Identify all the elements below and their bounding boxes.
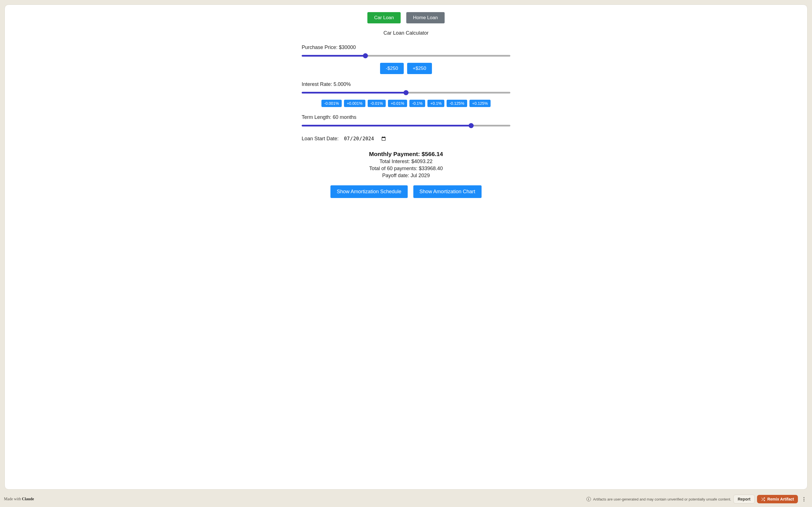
- total-interest: Total Interest: $4093.22: [302, 159, 510, 165]
- info-icon: i: [587, 497, 591, 501]
- tab-car-loan[interactable]: Car Loan: [367, 12, 401, 23]
- rate-btn-3[interactable]: +0.01%: [388, 100, 407, 107]
- rate-btn-2[interactable]: -0.01%: [368, 100, 386, 107]
- footer-bar: Made with Claude i Artifacts are user-ge…: [0, 491, 812, 507]
- price-decrement-button[interactable]: -$250: [380, 63, 403, 74]
- rate-btn-0[interactable]: -0.001%: [321, 100, 342, 107]
- tab-home-loan[interactable]: Home Loan: [406, 12, 445, 23]
- monthly-payment: Monthly Payment: $566.14: [302, 151, 510, 158]
- rate-btn-4[interactable]: -0.1%: [409, 100, 425, 107]
- start-date-label: Loan Start Date:: [302, 136, 339, 142]
- purchase-price-slider[interactable]: [302, 55, 510, 57]
- show-schedule-button[interactable]: Show Amortization Schedule: [331, 185, 407, 198]
- purchase-price-label: Purchase Price: $30000: [302, 45, 510, 50]
- term-length-label: Term Length: 60 months: [302, 114, 510, 120]
- page-title: Car Loan Calculator: [14, 30, 798, 36]
- show-chart-button[interactable]: Show Amortization Chart: [413, 185, 481, 198]
- results-block: Monthly Payment: $566.14 Total Interest:…: [302, 151, 510, 179]
- brand-name: Claude: [22, 497, 34, 501]
- disclaimer-text: Artifacts are user-generated and may con…: [593, 497, 731, 501]
- artifact-card: Car Loan Home Loan Car Loan Calculator P…: [4, 4, 808, 490]
- loan-type-tabs: Car Loan Home Loan: [14, 12, 798, 23]
- rate-btn-7[interactable]: +0.125%: [469, 100, 491, 107]
- remix-label: Remix Artifact: [767, 497, 794, 501]
- rate-btn-1[interactable]: +0.001%: [344, 100, 365, 107]
- start-date-input[interactable]: [343, 135, 388, 142]
- payoff-date: Payoff date: Jul 2029: [302, 173, 510, 179]
- interest-rate-slider[interactable]: [302, 92, 510, 94]
- rate-adjust-buttons: -0.001% +0.001% -0.01% +0.01% -0.1% +0.1…: [302, 100, 510, 107]
- made-with-prefix: Made with: [4, 497, 22, 501]
- total-payments: Total of 60 payments: $33968.40: [302, 166, 510, 172]
- term-length-slider[interactable]: [302, 125, 510, 126]
- interest-rate-label: Interest Rate: 5.000%: [302, 81, 510, 87]
- remix-artifact-button[interactable]: Remix Artifact: [757, 495, 798, 503]
- report-button[interactable]: Report: [733, 495, 755, 504]
- price-increment-button[interactable]: +$250: [407, 63, 432, 74]
- rate-btn-5[interactable]: +0.1%: [427, 100, 444, 107]
- rate-btn-6[interactable]: -0.125%: [447, 100, 467, 107]
- made-with-claude: Made with Claude: [4, 497, 34, 501]
- more-menu-button[interactable]: [800, 495, 808, 503]
- shuffle-icon: [761, 497, 765, 501]
- svg-line-2: [762, 498, 762, 499]
